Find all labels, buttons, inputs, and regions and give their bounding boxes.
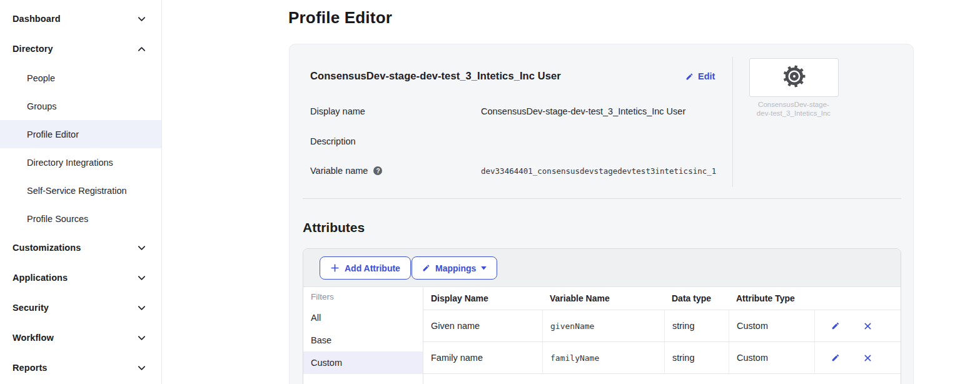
edit-attribute-button[interactable] bbox=[831, 353, 840, 362]
sidebar-item-label: People bbox=[27, 73, 55, 83]
caption-line-2: dev-test_3_Intetics_Inc bbox=[731, 109, 856, 118]
pencil-icon bbox=[422, 264, 430, 272]
filter-list: AllBaseCustom bbox=[303, 306, 423, 374]
filter-base[interactable]: Base bbox=[303, 329, 423, 351]
table-body: Given namegivenNamestringCustomFamily na… bbox=[423, 310, 901, 384]
gear-icon bbox=[782, 64, 807, 91]
chevron-up-icon bbox=[137, 44, 146, 54]
sidebar-item-reports[interactable]: Reports bbox=[0, 353, 161, 383]
sidebar-item-label: Directory bbox=[13, 44, 53, 54]
profile-name-title: ConsensusDev-stage-dev-test_3_Intetics_I… bbox=[310, 70, 561, 82]
filter-custom[interactable]: Custom bbox=[303, 351, 423, 374]
sidebar-item-profile-sources[interactable]: Profile Sources bbox=[0, 205, 161, 233]
sidebar-item-applications[interactable]: Applications bbox=[0, 263, 161, 293]
sidebar-item-directory-integrations[interactable]: Directory Integrations bbox=[0, 148, 161, 176]
field-label: Description bbox=[310, 136, 481, 146]
sidebar-item-dashboard[interactable]: Dashboard bbox=[0, 4, 161, 34]
cell-variable-name: familyName bbox=[542, 342, 664, 373]
field-label-text: Description bbox=[310, 136, 356, 146]
cell-variable-name-text: givenName bbox=[550, 321, 594, 331]
profile-image-placeholder bbox=[749, 58, 839, 97]
sidebar-item-label: Customizations bbox=[13, 243, 81, 253]
delete-attribute-button[interactable] bbox=[864, 354, 872, 362]
table-header-row: Display NameVariable NameData typeAttrib… bbox=[423, 287, 901, 310]
cell-actions bbox=[814, 310, 901, 341]
edit-button-label: Edit bbox=[698, 71, 715, 81]
column-header-display-name: Display Name bbox=[423, 293, 542, 303]
sidebar-item-groups[interactable]: Groups bbox=[0, 92, 161, 120]
chevron-down-icon bbox=[137, 363, 146, 373]
attributes-panel: Add Attribute Mappings Filters AllBaseCu… bbox=[303, 248, 901, 384]
cell-display-name-text: Family name bbox=[431, 353, 483, 363]
add-attribute-button[interactable]: Add Attribute bbox=[320, 256, 411, 280]
column-header-variable-name: Variable Name bbox=[542, 293, 664, 303]
cell-actions bbox=[814, 342, 901, 373]
attributes-toolbar: Add Attribute Mappings bbox=[303, 249, 901, 287]
edit-profile-button[interactable]: Edit bbox=[685, 71, 715, 81]
column-header-data-type: Data type bbox=[664, 293, 729, 303]
caret-down-icon bbox=[481, 266, 487, 270]
chevron-down-icon bbox=[137, 14, 146, 24]
sidebar-item-security[interactable]: Security bbox=[0, 293, 161, 323]
chevron-down-icon bbox=[137, 273, 146, 283]
mappings-label: Mappings bbox=[435, 263, 476, 273]
sidebar-item-profile-editor[interactable]: Profile Editor bbox=[0, 120, 161, 148]
chevron-down-icon bbox=[137, 303, 146, 313]
cell-attribute-type-text: Custom bbox=[737, 353, 768, 363]
question-mark-icon[interactable]: ? bbox=[373, 166, 382, 175]
sidebar-item-self-service-registration[interactable]: Self-Service Registration bbox=[0, 176, 161, 205]
field-row-display-name: Display nameConsensusDev-stage-dev-test_… bbox=[310, 104, 685, 119]
sidebar-item-customizations[interactable]: Customizations bbox=[0, 233, 161, 263]
sidebar-item-label: Reports bbox=[13, 363, 48, 373]
attributes-content: Filters AllBaseCustom Display NameVariab… bbox=[303, 287, 901, 384]
field-value: ConsensusDev-stage-dev-test_3_Intetics_I… bbox=[481, 106, 685, 116]
cell-data-type-text: string bbox=[672, 321, 694, 331]
table-row-family-name: Family namefamilyNamestringCustom bbox=[423, 342, 901, 374]
field-label: Display name bbox=[310, 106, 481, 116]
sidebar-item-label: Applications bbox=[13, 273, 68, 283]
attributes-heading: Attributes bbox=[303, 220, 365, 235]
delete-attribute-button[interactable] bbox=[864, 322, 872, 330]
card-vertical-divider bbox=[732, 57, 733, 187]
mappings-button[interactable]: Mappings bbox=[412, 256, 497, 280]
sidebar-nav: DashboardDirectoryPeopleGroupsProfile Ed… bbox=[0, 0, 162, 384]
section-divider bbox=[303, 198, 901, 199]
sidebar-item-label: Workflow bbox=[13, 333, 54, 343]
sidebar-item-label: Directory Integrations bbox=[27, 158, 113, 168]
sidebar-item-people[interactable]: People bbox=[0, 64, 161, 92]
sidebar-item-label: Profile Sources bbox=[27, 214, 88, 224]
filters-column: Filters AllBaseCustom bbox=[303, 287, 423, 384]
cell-data-type-text: string bbox=[672, 353, 694, 363]
chevron-down-icon bbox=[137, 243, 146, 253]
attributes-table: Display NameVariable NameData typeAttrib… bbox=[423, 287, 901, 384]
cell-display-name-text: Given name bbox=[431, 321, 480, 331]
filter-all[interactable]: All bbox=[303, 306, 423, 329]
field-row-variable-name: Variable name?dev33464401_consensusdevst… bbox=[310, 163, 716, 178]
profile-card: ConsensusDev-stage-dev-test_3_Intetics_I… bbox=[289, 44, 914, 384]
table-row-empty bbox=[423, 374, 901, 384]
cell-display-name: Given name bbox=[423, 310, 542, 341]
cell-attribute-type: Custom bbox=[729, 310, 814, 341]
field-label-text: Display name bbox=[310, 106, 365, 116]
field-row-description: Description bbox=[310, 134, 481, 149]
cell-display-name: Family name bbox=[423, 342, 542, 373]
profile-editor-page: DashboardDirectoryPeopleGroupsProfile Ed… bbox=[0, 0, 980, 384]
sidebar-item-label: Dashboard bbox=[13, 14, 61, 24]
cell-variable-name: givenName bbox=[542, 310, 664, 341]
plus-icon bbox=[330, 263, 340, 273]
edit-attribute-button[interactable] bbox=[831, 321, 840, 330]
field-label-text: Variable name bbox=[310, 166, 368, 176]
column-header-attribute-type: Attribute Type bbox=[729, 293, 814, 303]
sidebar-item-workflow[interactable]: Workflow bbox=[0, 323, 161, 353]
sidebar-item-label: Security bbox=[13, 303, 49, 313]
pencil-icon bbox=[685, 73, 694, 81]
caption-line-1: ConsensusDev-stage- bbox=[731, 101, 856, 109]
field-label: Variable name? bbox=[310, 166, 481, 176]
field-value: dev33464401_consensusdevstagedevtest3int… bbox=[481, 166, 716, 176]
page-title: Profile Editor bbox=[288, 8, 392, 28]
add-attribute-label: Add Attribute bbox=[345, 263, 400, 273]
cell-data-type: string bbox=[664, 310, 729, 341]
cell-attribute-type-text: Custom bbox=[737, 321, 768, 331]
sidebar-item-label: Groups bbox=[27, 101, 57, 111]
sidebar-item-directory[interactable]: Directory bbox=[0, 34, 161, 64]
